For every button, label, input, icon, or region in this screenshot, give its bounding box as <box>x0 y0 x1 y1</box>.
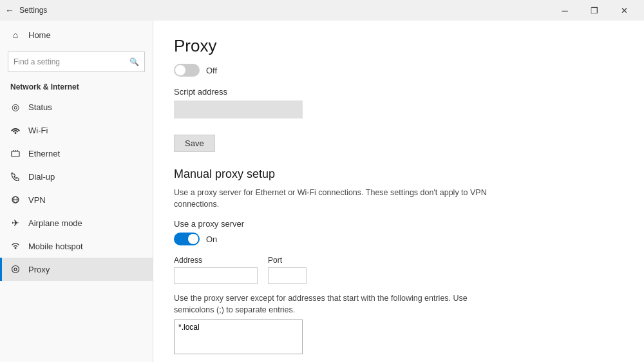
sidebar-item-label: Dial-up <box>28 172 55 182</box>
sidebar-item-ethernet[interactable]: Ethernet <box>0 142 153 165</box>
wifi-icon <box>10 125 21 135</box>
sidebar: ⌂ Home 🔍 Network & Internet ◎ Status Wi-… <box>0 21 153 362</box>
automatic-toggle-row: Off <box>174 64 623 77</box>
sidebar-item-airplane[interactable]: ✈ Airplane mode <box>0 211 153 234</box>
manual-proxy-toggle[interactable] <box>174 233 200 245</box>
manual-section-title: Manual proxy setup <box>174 167 623 181</box>
sidebar-item-proxy[interactable]: Proxy <box>0 258 153 281</box>
manual-toggle-label: On <box>206 234 217 244</box>
title-bar: ← Settings ─ ❐ ✕ <box>0 0 644 21</box>
sidebar-item-status[interactable]: ◎ Status <box>0 95 153 119</box>
home-icon: ⌂ <box>10 30 21 40</box>
sidebar-item-vpn[interactable]: VPN <box>0 188 153 211</box>
sidebar-item-dialup[interactable]: Dial-up <box>0 165 153 188</box>
sidebar-item-label: Ethernet <box>28 149 60 158</box>
sidebar-section-title: Network & Internet <box>0 77 153 95</box>
script-address-input[interactable] <box>174 100 303 119</box>
app-title: Settings <box>19 6 47 15</box>
svg-point-7 <box>15 247 17 249</box>
ethernet-icon <box>10 148 21 158</box>
search-box[interactable]: 🔍 <box>8 52 145 72</box>
svg-point-9 <box>14 268 17 271</box>
title-bar-controls: ─ ❐ ✕ <box>550 0 639 21</box>
search-icon: 🔍 <box>129 57 139 66</box>
sidebar-item-hotspot[interactable]: Mobile hotspot <box>0 234 153 258</box>
page-title: Proxy <box>174 36 623 56</box>
port-label: Port <box>268 256 307 265</box>
restore-button[interactable]: ❐ <box>580 0 609 21</box>
title-bar-left: ← Settings <box>5 5 47 15</box>
script-address-label: Script address <box>174 87 623 97</box>
app-container: ⌂ Home 🔍 Network & Internet ◎ Status Wi-… <box>0 21 644 362</box>
automatic-proxy-toggle[interactable] <box>174 64 200 77</box>
proxy-icon <box>10 264 21 274</box>
manual-description: Use a proxy server for Ethernet or Wi-Fi… <box>174 187 496 210</box>
sidebar-item-label: Wi-Fi <box>28 126 48 135</box>
back-icon[interactable]: ← <box>5 5 14 15</box>
svg-point-8 <box>12 266 19 273</box>
svg-rect-0 <box>12 151 19 157</box>
airplane-icon: ✈ <box>10 218 21 228</box>
sidebar-item-label: Proxy <box>28 265 50 274</box>
sidebar-item-home[interactable]: ⌂ Home <box>0 21 153 49</box>
minimize-button[interactable]: ─ <box>550 0 580 21</box>
sidebar-item-wifi[interactable]: Wi-Fi <box>0 119 153 142</box>
automatic-toggle-label: Off <box>206 66 217 75</box>
sidebar-item-label: VPN <box>28 195 46 205</box>
port-field-group: Port <box>268 256 307 284</box>
dialup-icon <box>10 171 21 182</box>
hotspot-icon <box>10 241 21 251</box>
sidebar-item-label: Airplane mode <box>28 218 82 228</box>
address-port-row: Address Port <box>174 256 623 284</box>
port-input[interactable] <box>268 267 307 284</box>
manual-toggle-row: On <box>174 233 623 245</box>
search-input[interactable] <box>14 57 129 66</box>
main-content: Proxy Off Script address Save Manual pro… <box>153 21 644 362</box>
close-button[interactable]: ✕ <box>609 0 639 21</box>
address-label: Address <box>174 256 258 265</box>
sidebar-home-label: Home <box>28 30 51 40</box>
exceptions-textarea[interactable]: *.local <box>174 319 303 354</box>
address-field-group: Address <box>174 256 258 284</box>
sidebar-item-label: Mobile hotspot <box>28 242 83 251</box>
exceptions-description: Use the proxy server except for addresse… <box>174 293 496 316</box>
address-input[interactable] <box>174 267 258 284</box>
sidebar-item-label: Status <box>28 102 52 112</box>
automatic-save-button[interactable]: Save <box>174 135 215 152</box>
status-icon: ◎ <box>10 102 21 112</box>
use-proxy-label: Use a proxy server <box>174 219 623 229</box>
vpn-icon <box>10 195 21 205</box>
